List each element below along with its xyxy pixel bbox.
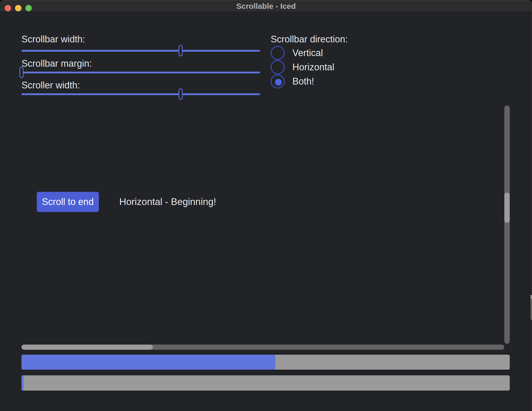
horizontal-scrollbar-track[interactable]	[21, 345, 504, 350]
radio-vertical-label: Vertical	[292, 46, 323, 60]
progress-bar-2	[21, 375, 510, 391]
scrollbar-margin-slider-handle[interactable]	[19, 67, 24, 78]
scroller-width-slider-handle[interactable]	[179, 88, 183, 100]
radio-circle-icon[interactable]	[271, 74, 285, 88]
native-scrollbar-thumb-cap	[530, 295, 532, 299]
scrollbar-direction-label: Scrollbar direction:	[271, 34, 348, 45]
app-window: Scrollable - Iced Scrollbar width: Scrol…	[0, 0, 532, 411]
progress-bar-2-fill	[21, 375, 24, 391]
scrollbar-width-label: Scrollbar width:	[21, 34, 85, 45]
scroller-width-label: Scroller width:	[21, 80, 80, 91]
progress-bar-1	[21, 355, 510, 370]
radio-dot-icon	[275, 79, 282, 86]
window-title: Scrollable - Iced	[0, 0, 532, 12]
radio-circle-icon[interactable]	[271, 46, 285, 60]
radio-both-label: Both!	[292, 74, 314, 88]
scrollbar-width-slider-handle[interactable]	[179, 45, 183, 56]
scroll-to-end-button[interactable]: Scroll to end	[37, 192, 99, 212]
scroll-status-text: Horizontal - Beginning!	[119, 192, 216, 212]
scrollbar-width-slider[interactable]	[21, 50, 260, 52]
vertical-scrollbar-thumb[interactable]	[504, 193, 510, 223]
scroller-width-slider[interactable]	[21, 93, 260, 95]
horizontal-scrollbar-thumb[interactable]	[21, 345, 153, 350]
scrollbar-margin-label: Scrollbar margin:	[21, 58, 92, 69]
titlebar: Scrollable - Iced	[0, 0, 532, 12]
vertical-scrollbar-track[interactable]	[504, 105, 510, 344]
radio-circle-icon[interactable]	[271, 60, 285, 74]
window-right-edge	[530, 12, 532, 411]
scrollbar-margin-slider[interactable]	[21, 72, 260, 73]
radio-horizontal-label: Horizontal	[292, 60, 334, 74]
progress-bar-1-fill	[21, 355, 275, 370]
